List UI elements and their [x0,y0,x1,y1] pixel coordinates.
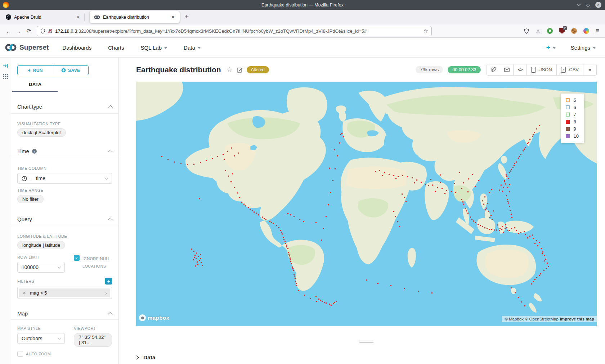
new-tab-button[interactable]: + [185,13,189,21]
earthquake-dot [463,204,464,205]
auto-zoom-checkbox[interactable] [17,351,23,357]
nav-charts[interactable]: Charts [108,45,124,51]
earthquake-dot [529,236,530,237]
earthquake-dot [252,210,253,211]
tab-earthquake-distribution[interactable]: Earthquake distribution ✕ [90,11,180,23]
browser-menu-icon[interactable]: ≡ [596,27,599,35]
altered-badge[interactable]: Altered [247,66,269,73]
earthquake-dot [508,203,509,204]
section-time[interactable]: Time i [17,148,112,154]
earthquake-dot [316,301,317,302]
download-icon[interactable] [535,28,541,33]
attribution-mapbox[interactable]: © Mapbox [505,317,524,321]
filter-chip[interactable]: ✕ mag > 5 › [19,288,110,297]
deckgl-map[interactable]: 5678910 mapbox © Mapbox © OpenStreetMap … [136,82,597,326]
new-item-button[interactable]: + [546,44,556,51]
export-json-button[interactable]: .JSON [526,64,556,75]
map-style-select[interactable]: Outdoors [17,333,65,344]
nav-sql-lab[interactable]: SQL Lab [140,45,167,51]
viewport-pill[interactable]: 7° 35' 54.02" | 31... [74,333,112,347]
earthquake-dot [366,279,367,281]
panel-resize-handle[interactable] [359,341,373,343]
run-button[interactable]: RUN [17,65,53,75]
earthquake-dot [334,149,335,150]
superset-logo[interactable] [5,44,17,51]
attribution-improve-link[interactable]: Improve this map [560,317,594,321]
bookmark-star-icon[interactable]: ☆ [424,28,428,34]
expand-panel-icon[interactable] [3,63,8,68]
section-query[interactable]: Query [17,216,112,222]
earthquake-dot [414,182,415,183]
extension-green-icon[interactable] [547,28,553,34]
insecure-lock-icon[interactable] [48,28,53,33]
earthquake-dot [446,190,447,191]
export-csv-button[interactable]: x .CSV [556,64,583,75]
section-chart-type[interactable]: Chart type [17,104,112,110]
window-maximize-icon[interactable]: ◇ [586,3,590,7]
tab-close-icon[interactable]: ✕ [169,14,177,20]
earthquake-dot [343,136,344,137]
window-minimize-icon[interactable] [577,4,581,6]
legend-item[interactable]: 7 [566,112,579,117]
reload-button[interactable]: ⟳ [24,26,34,36]
tab-data[interactable]: DATA [29,82,41,87]
embed-code-button[interactable]: <> [513,64,526,75]
mapbox-logo[interactable]: mapbox [139,314,170,321]
nav-dashboards[interactable]: Dashboards [62,45,91,51]
ignore-null-checkbox[interactable]: ✓ [74,255,80,261]
viewport-label: VIEWPORT [74,326,112,331]
legend-item[interactable]: 9 [566,126,579,132]
legend-item[interactable]: 10 [566,133,579,139]
legend-item[interactable]: 8 [566,119,579,124]
add-filter-button[interactable]: + [105,278,112,285]
tab-close-icon[interactable]: ✕ [75,14,82,20]
control-panel: RUN SAVE DATA Chart type VISUALIZATION T… [11,58,119,364]
forward-button[interactable]: → [14,26,24,36]
tab-apache-druid[interactable]: Apache Druid ✕ [0,11,84,23]
attribution-osm[interactable]: © OpenStreetMap [525,317,559,321]
lightning-icon [28,68,31,73]
chevron-down-icon [105,176,108,179]
earthquake-dot [467,191,469,192]
brand-name[interactable]: Superset [19,44,49,51]
window-close-icon[interactable]: × [595,2,601,8]
protections-shield-icon[interactable] [524,28,529,34]
time-range-pill[interactable]: No filter [17,195,44,203]
viz-type-pill[interactable]: deck.gl Scatterplot [17,128,66,137]
section-map[interactable]: Map [17,310,112,317]
data-panel-toggle[interactable]: Data [136,354,597,361]
tracking-shield-icon[interactable] [40,28,45,34]
earthquake-dot [533,134,534,135]
chevron-right-icon[interactable]: › [105,290,107,296]
earthquake-dot [545,259,546,260]
nav-settings[interactable]: Settings [571,45,596,51]
auto-zoom-label: AUTO ZOOM [26,350,51,358]
earthquake-dot [382,175,383,176]
save-button[interactable]: SAVE [53,65,89,75]
ublock-icon[interactable]: 2 [559,28,565,34]
legend-item[interactable]: 5 [566,97,579,103]
cookie-extension-icon[interactable] [571,28,577,34]
back-button[interactable]: ← [4,26,14,36]
dataset-grid-icon[interactable] [3,74,8,79]
more-options-icon[interactable]: ≡ [583,64,596,75]
nav-data[interactable]: Data [184,45,201,51]
earthquake-dot [287,213,288,214]
legend-item[interactable]: 6 [566,105,579,110]
edit-properties-icon[interactable] [237,67,243,73]
earthquake-dot [336,301,337,302]
pinwheel-extension-icon[interactable] [583,28,589,34]
row-limit-select[interactable]: 100000 [17,262,65,273]
divider [11,226,118,226]
favorite-star-icon[interactable]: ☆ [227,65,233,74]
remove-filter-icon[interactable]: ✕ [22,290,26,296]
earthquake-dot [404,197,405,198]
time-column-select[interactable]: __time [17,173,112,184]
earthquake-dot [269,221,270,222]
chevron-down-icon [593,47,596,49]
earthquake-dot [293,216,295,217]
copy-link-button[interactable] [487,64,500,75]
url-field[interactable]: 172.18.0.3:32108/superset/explore/?form_… [37,26,432,36]
lonlat-pill[interactable]: longitude | latitude [17,241,65,249]
email-button[interactable] [500,64,513,75]
